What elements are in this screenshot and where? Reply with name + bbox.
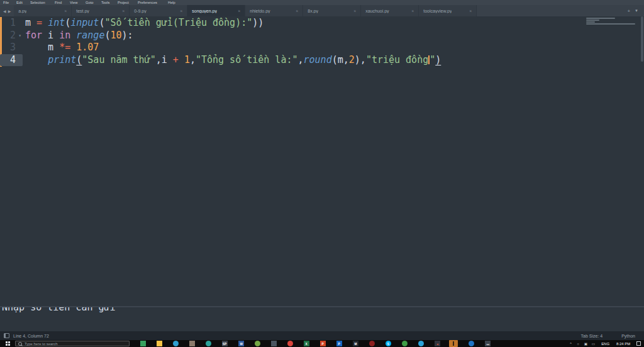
code-token <box>70 30 76 41</box>
vertical-scrollbar[interactable] <box>641 16 643 306</box>
code-token: m <box>338 54 343 65</box>
minimap[interactable] <box>586 18 636 25</box>
menu-item-preferences[interactable]: Preferences <box>138 1 157 5</box>
code-content: m = int(input("Số tiền gửi(Triệu đồng):"… <box>23 17 264 30</box>
blue-circle-app-icon[interactable] <box>469 341 474 346</box>
tab-close-icon[interactable]: × <box>122 9 125 13</box>
tab-close-icon[interactable]: × <box>180 9 182 13</box>
tray-icon-1[interactable]: ▣ <box>584 342 587 346</box>
tabs: a.py×test.py×0-9.py×songuyen.py×nhietdo.… <box>14 5 477 16</box>
green-circle-app-icon[interactable] <box>255 341 260 346</box>
green-dot-app-icon[interactable] <box>402 341 408 346</box>
taskbar-search-input[interactable]: Type here to search <box>15 341 130 346</box>
code-token: i <box>162 54 173 65</box>
skype-icon[interactable]: S <box>386 341 391 346</box>
menu-item-goto[interactable]: Goto <box>86 1 93 5</box>
code-token: , <box>343 54 349 65</box>
code-token: for <box>25 30 42 41</box>
tab-close-icon[interactable]: × <box>238 9 240 13</box>
menu-item-view[interactable]: View <box>70 1 77 5</box>
code-token: ), <box>355 54 366 65</box>
powerpoint-icon[interactable]: P <box>320 341 326 346</box>
excel-icon[interactable]: X <box>304 341 309 346</box>
menu-item-help[interactable]: Help <box>168 1 175 5</box>
code-token: "Số tiền gửi(Triệu đồng):" <box>104 17 252 28</box>
tab-size-indicator[interactable]: Tab Size: 4 <box>581 334 603 338</box>
tray-icon-2[interactable]: ▭ <box>592 342 595 346</box>
tab-extras: + ▼ <box>627 5 644 16</box>
tab-overflow-icon[interactable]: ▼ <box>635 9 638 13</box>
tab-test.py[interactable]: test.py× <box>72 5 130 16</box>
sublime-text-icon[interactable] <box>449 340 458 347</box>
scrollbar-thumb[interactable] <box>641 16 643 62</box>
line-number: 4 <box>0 54 23 67</box>
record-app-icon[interactable] <box>369 341 375 346</box>
tab-xauchuoi.py[interactable]: xauchuoi.py× <box>361 5 419 16</box>
sidebar-toggle-icon[interactable] <box>4 333 9 338</box>
tab-toolcayview.py[interactable]: toolcayview.py× <box>419 5 477 16</box>
language-indicator[interactable]: ENG <box>601 342 609 346</box>
sp-app-icon[interactable]: SP <box>222 341 228 346</box>
tab-close-icon[interactable]: × <box>64 9 67 13</box>
tab-close-icon[interactable]: × <box>296 9 298 13</box>
app-glyph: P <box>322 342 324 345</box>
tray-icon-0[interactable]: ○ <box>577 342 579 346</box>
edge-browser-icon[interactable] <box>173 341 179 346</box>
app-glyph: M <box>355 342 357 345</box>
start-button[interactable] <box>0 340 15 347</box>
minimap-line <box>586 20 599 21</box>
code-content: m *= 1.07 <box>23 42 99 54</box>
tab-close-icon[interactable]: × <box>353 9 356 13</box>
store-app-icon[interactable] <box>189 341 195 346</box>
zalo-app-icon[interactable]: ◂ <box>435 341 440 346</box>
teal-app-icon[interactable] <box>206 341 211 346</box>
chrome-icon[interactable] <box>287 341 293 346</box>
tab-label: nhietdo.py <box>250 9 270 13</box>
clock[interactable]: 8:24 PM <box>616 342 630 346</box>
code-token: ) <box>435 54 441 65</box>
code-token: print <box>48 54 76 65</box>
code-editor[interactable]: 1m = int(input("Số tiền gửi(Triệu đồng):… <box>0 16 644 306</box>
word-icon[interactable]: W <box>238 341 244 346</box>
code-token: in <box>59 30 70 41</box>
publisher-icon[interactable]: P <box>336 341 342 346</box>
menu-item-project[interactable]: Project <box>118 1 129 5</box>
system-monitor-icon[interactable]: ▭ <box>485 341 491 346</box>
code-token: ( <box>65 17 70 28</box>
code-token <box>25 54 48 65</box>
action-center-icon[interactable] <box>636 341 641 346</box>
menu-item-edit[interactable]: Edit <box>16 1 23 5</box>
menu-item-file[interactable]: File <box>3 1 9 5</box>
mail-app-icon[interactable]: M <box>353 341 358 346</box>
system-tray: ^ ○▣▭ ENG 8:24 PM <box>570 341 644 346</box>
tab-nhietdo.py[interactable]: nhietdo.py× <box>245 5 303 16</box>
telegram-icon[interactable] <box>418 341 424 346</box>
code-token: "triệu đồng <box>366 54 428 65</box>
tab-songuyen.py[interactable]: songuyen.py× <box>187 5 245 16</box>
tray-icons: ○▣▭ <box>577 341 595 346</box>
fold-arrow-icon[interactable]: ▾ <box>18 30 21 42</box>
code-line: 1m = int(input("Số tiền gửi(Triệu đồng):… <box>0 17 644 30</box>
file-explorer-icon[interactable] <box>157 341 162 346</box>
tab-nav-right-icon[interactable]: ▶ <box>8 9 11 13</box>
code-token: round <box>304 54 332 65</box>
new-tab-icon[interactable]: + <box>627 8 630 14</box>
line-number: 2▾ <box>0 30 23 42</box>
menu-item-tools[interactable]: Tools <box>101 1 109 5</box>
tray-chevron-icon[interactable]: ^ <box>570 342 572 346</box>
tab-8x.py[interactable]: 8x.py× <box>303 5 361 16</box>
tab-close-icon[interactable]: × <box>411 9 414 13</box>
tab-a.py[interactable]: a.py× <box>14 5 72 16</box>
tab-0-9.py[interactable]: 0-9.py× <box>130 5 187 16</box>
green-app-icon[interactable] <box>140 341 146 346</box>
menu-item-selection[interactable]: Selection <box>30 1 45 5</box>
photos-app-icon[interactable] <box>271 341 277 346</box>
code-token: 10 <box>110 30 121 41</box>
tab-close-icon[interactable]: × <box>469 9 472 13</box>
tab-label: 8x.py <box>308 9 318 13</box>
tab-nav-left-icon[interactable]: ◀ <box>3 9 6 13</box>
code-token: "Tổng số tiền là:" <box>196 54 298 65</box>
syntax-indicator[interactable]: Python <box>621 334 635 338</box>
tab-bar: ◀ ▶ a.py×test.py×0-9.py×songuyen.py×nhie… <box>0 5 644 16</box>
menu-item-find[interactable]: Find <box>55 1 62 5</box>
